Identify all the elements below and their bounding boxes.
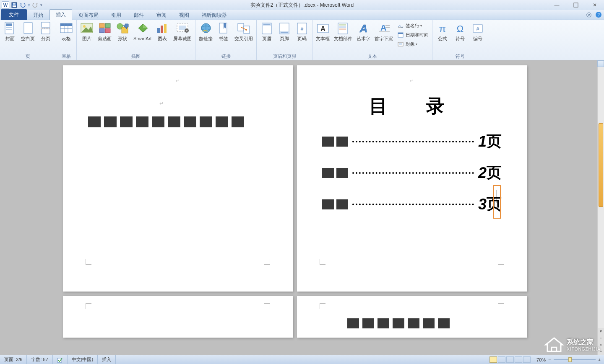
qat-customize-icon[interactable]: ▾ [40, 3, 42, 7]
print-layout-view-button[interactable] [489, 356, 497, 363]
scrollbar-thumb[interactable] [599, 123, 603, 207]
zoom-in-button[interactable]: + [598, 357, 601, 362]
scroll-down-button[interactable]: ▼ [598, 328, 604, 335]
status-bar: 页面: 2/6 字数: 87 中文(中国) 插入 70% − + [0, 355, 604, 364]
ribbon: 封面 空白页 分页 页 表格 表格 图片 剪贴画 形状 SmartArt 图表 … [0, 20, 604, 60]
tab-mailings[interactable]: 邮件 [128, 10, 150, 20]
tab-references[interactable]: 引用 [105, 10, 128, 20]
ribbon-tabs: 文件 开始 插入 页面布局 引用 邮件 审阅 视图 福昕阅读器 ⓥ ? [0, 10, 604, 20]
bookmark-button[interactable]: 书签 [215, 21, 232, 42]
bookmark-icon [217, 22, 230, 35]
cover-icon [3, 22, 17, 35]
page-break-button[interactable]: 分页 [37, 21, 54, 42]
datetime-button[interactable]: 日期和时间 [396, 30, 430, 39]
redacted-heading-text [347, 318, 502, 328]
zoom-level-label[interactable]: 70% [536, 357, 546, 362]
minimize-button[interactable]: — [547, 0, 566, 10]
close-button[interactable]: ✕ [585, 0, 604, 10]
tab-file[interactable]: 文件 [1, 9, 27, 20]
wordart-button[interactable]: A艺术字 [355, 21, 372, 42]
table-button[interactable]: 表格 [58, 21, 75, 42]
svg-rect-27 [164, 24, 167, 33]
zoom-slider-thumb[interactable] [568, 357, 572, 362]
zoom-out-button[interactable]: − [548, 357, 551, 362]
svg-text:A: A [359, 22, 368, 35]
document-page-1[interactable]: ↵ ↵ [63, 65, 293, 292]
object-button[interactable]: 对象▾ [396, 39, 430, 49]
status-proofing[interactable] [53, 355, 68, 364]
crossref-button[interactable]: 交叉引用 [233, 21, 255, 42]
signature-line-button[interactable]: 签名行▾ [396, 21, 430, 30]
group-text-label: 文本 [314, 53, 430, 60]
chart-button[interactable]: 图表 [154, 21, 171, 42]
document-page-4[interactable] [297, 296, 527, 338]
document-area[interactable]: ↵ ↵ ↵ 目 录 1 页 2 页 [0, 60, 597, 355]
clipart-button[interactable]: 剪贴画 [96, 21, 113, 42]
blank-page-button[interactable]: 空白页 [19, 21, 36, 42]
undo-icon[interactable] [19, 2, 26, 8]
svg-point-38 [245, 29, 247, 31]
hyperlink-button[interactable]: 超链接 [197, 21, 214, 42]
number-button[interactable]: #编号 [469, 21, 486, 42]
outline-view-button[interactable] [515, 356, 522, 363]
equation-button[interactable]: π公式 [434, 21, 451, 42]
minimize-ribbon-icon[interactable]: ⓥ [586, 12, 591, 19]
toc-title: 目 录 [322, 94, 502, 119]
quickparts-button[interactable]: 文档部件 [332, 21, 354, 42]
symbol-button[interactable]: Ω符号 [452, 21, 469, 42]
paragraph-mark: ↵ [88, 78, 268, 84]
footer-button[interactable]: 页脚 [276, 21, 293, 42]
svg-text:A: A [320, 25, 325, 32]
picture-button[interactable]: 图片 [78, 21, 95, 42]
qat-separator: ▾ [28, 2, 30, 8]
tab-view[interactable]: 视图 [173, 10, 195, 20]
toc-row-1: 1 页 [322, 131, 502, 152]
maximize-button[interactable] [566, 0, 585, 10]
draft-view-button[interactable] [523, 356, 531, 363]
zoom-slider[interactable] [554, 359, 596, 360]
redo-icon[interactable] [32, 2, 39, 8]
fullscreen-reading-view-button[interactable] [498, 356, 505, 363]
datetime-icon [397, 31, 404, 38]
object-icon [397, 41, 404, 47]
status-insert-mode[interactable]: 插入 [98, 355, 116, 364]
help-icon[interactable]: ? [596, 12, 601, 18]
symbol-icon: Ω [453, 22, 467, 35]
tab-layout[interactable]: 页面布局 [72, 10, 105, 20]
screenshot-button[interactable]: 屏幕截图 [172, 21, 193, 42]
smartart-button[interactable]: SmartArt [132, 21, 153, 42]
svg-rect-8 [24, 23, 32, 34]
document-page-2[interactable]: ↵ 目 录 1 页 2 页 3 页 [297, 65, 527, 292]
document-page-3[interactable] [63, 296, 293, 338]
page-number-button[interactable]: #页码 [294, 21, 310, 42]
svg-rect-3 [574, 3, 578, 7]
group-tables: 表格 表格 [56, 20, 77, 60]
save-icon[interactable] [11, 2, 18, 8]
shapes-button[interactable]: 形状 [114, 21, 131, 42]
header-button[interactable]: 页眉 [258, 21, 275, 42]
web-layout-view-button[interactable] [506, 356, 514, 363]
vertical-scrollbar[interactable]: ▲ ▼ ◦ « » [597, 60, 604, 355]
tab-foxit[interactable]: 福昕阅读器 [195, 10, 233, 20]
picture-icon [80, 22, 94, 35]
toc-row-3: 3 页 [322, 194, 502, 214]
status-page[interactable]: 页面: 2/6 [0, 355, 27, 364]
tab-home[interactable]: 开始 [27, 10, 49, 20]
watermark-logo-icon [544, 336, 564, 353]
svg-rect-24 [122, 27, 128, 33]
group-links-label: 链接 [197, 53, 255, 60]
svg-text:π: π [439, 23, 446, 34]
tab-review[interactable]: 审阅 [150, 10, 173, 20]
textbox-button[interactable]: A文本框 [314, 21, 331, 42]
status-word-count[interactable]: 字数: 87 [27, 355, 52, 364]
split-box-icon[interactable] [597, 60, 604, 67]
status-language[interactable]: 中文(中国) [68, 355, 98, 364]
cover-page-button[interactable]: 封面 [2, 21, 18, 42]
svg-rect-62 [399, 43, 402, 45]
chart-icon [156, 22, 169, 35]
group-pages: 封面 空白页 分页 页 [0, 20, 56, 60]
svg-rect-36 [238, 23, 244, 31]
svg-rect-19 [99, 23, 104, 28]
tab-insert[interactable]: 插入 [49, 9, 72, 20]
dropcap-button[interactable]: A首字下沉 [373, 21, 395, 42]
